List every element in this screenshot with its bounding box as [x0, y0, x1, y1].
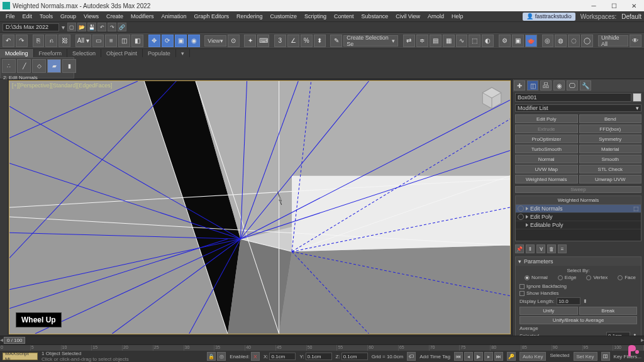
qat-undo-icon[interactable]: ↶ [97, 23, 106, 31]
select-object-button[interactable]: ▭ [92, 35, 104, 47]
create-tab-icon[interactable]: ✚ [514, 80, 525, 90]
unify-button[interactable]: Unify [519, 307, 578, 315]
mod-prooptimizer[interactable]: ProOptimizer [515, 134, 578, 143]
bind-button[interactable]: ⛓ [58, 35, 70, 47]
ribbon-tab-populate[interactable]: Populate [143, 49, 176, 57]
window-crossing-button[interactable]: ◧ [131, 35, 143, 47]
maximize-button[interactable]: ☐ [606, 1, 621, 10]
hierarchy-tab-icon[interactable]: 品 [540, 80, 552, 90]
selected-key-dropdown[interactable]: Selected [550, 353, 569, 360]
visibility-toggle-icon[interactable] [518, 206, 524, 212]
motion-tab-icon[interactable]: ◉ [553, 80, 565, 90]
transform-gizmo-x-icon[interactable]: X [251, 352, 260, 361]
angle-snap-button[interactable]: ∠ [287, 35, 299, 47]
add-time-tag-icon[interactable]: 🏷 [407, 352, 416, 361]
select-rotate-button[interactable]: ⟳ [162, 35, 174, 47]
qat-link-icon[interactable]: 🔗 [118, 23, 126, 31]
render-button[interactable]: 🫖 [525, 35, 537, 47]
redo-button[interactable]: ↷ [16, 35, 28, 47]
undo-button[interactable]: ↶ [3, 35, 14, 47]
menu-tools[interactable]: Tools [36, 13, 56, 19]
workspace-dropdown[interactable]: Default [621, 13, 641, 20]
link-button[interactable]: ⎘ [33, 35, 45, 47]
spinner-snap-button[interactable]: ⬍ [314, 35, 326, 47]
subobj-poly-icon[interactable]: ▰ [47, 59, 61, 73]
subobj-edge-icon[interactable]: ╱ [17, 59, 31, 73]
ribbon-collapse-icon[interactable]: ▾ [176, 49, 190, 57]
y-coord-input[interactable] [306, 353, 332, 360]
isolate-button[interactable]: ◎ [542, 35, 554, 47]
mod-bend[interactable]: Bend [579, 114, 642, 123]
material-editor-button[interactable]: ◐ [482, 35, 494, 47]
visibility-toggle-icon[interactable] [518, 214, 524, 220]
subobj-element-icon[interactable]: ▮ [62, 59, 76, 73]
stack-item-edit-poly[interactable]: Edit Poly [516, 213, 641, 221]
menu-views[interactable]: Views [80, 13, 102, 19]
menu-civil-view[interactable]: Civil View [392, 13, 423, 19]
qat-open-icon[interactable]: 📂 [77, 23, 86, 31]
expand-icon[interactable] [526, 223, 528, 227]
mod-unwrap-uvw[interactable]: Unwrap UVW [579, 175, 642, 184]
auto-key-button[interactable]: Auto Key [519, 352, 546, 361]
menu-graph-editors[interactable]: Graph Editors [191, 13, 232, 19]
render-frame-button[interactable]: ▣ [512, 35, 524, 47]
key-filters-icon[interactable]: ⚿ [601, 352, 610, 361]
menu-help[interactable]: Help [448, 13, 467, 19]
object-name-input[interactable] [515, 93, 631, 102]
lock-selection-icon[interactable]: 🔒 [207, 352, 216, 361]
qat-new-icon[interactable]: ▢ [67, 23, 76, 31]
z-coord-input[interactable] [341, 353, 368, 360]
menu-rendering[interactable]: Rendering [233, 13, 266, 19]
mod-extrude[interactable]: Extrude [515, 124, 578, 133]
isolate4-button[interactable]: ◯ [581, 35, 593, 47]
radio-face[interactable]: Face [618, 275, 636, 280]
keyboard-shortcut-button[interactable]: ⌨ [257, 35, 269, 47]
object-color-swatch[interactable] [633, 93, 641, 102]
curve-editor-button[interactable]: ∿ [456, 35, 468, 47]
select-move-button[interactable]: ✥ [148, 35, 160, 47]
percent-snap-button[interactable]: % [301, 35, 313, 47]
stack-subobj-icon[interactable]: ⬚ [633, 206, 639, 212]
maxscript-listener[interactable]: MAXScript Mi [3, 353, 38, 360]
goto-end-icon[interactable]: ⏭ [494, 352, 503, 361]
ribbon-tab-selection[interactable]: Selection [67, 49, 101, 57]
x-coord-input[interactable] [269, 353, 296, 360]
menu-customize[interactable]: Customize [267, 13, 301, 19]
file-path-input[interactable] [3, 23, 59, 31]
mod-normal[interactable]: Normal [515, 155, 578, 163]
time-slider-thumb[interactable]: 0 / 100 [4, 337, 25, 344]
mod-turbosmooth[interactable]: TurboSmooth [515, 145, 578, 153]
menu-substance[interactable]: Substance [358, 13, 392, 19]
menu-scripting[interactable]: Scripting [301, 13, 330, 19]
qat-save-icon[interactable]: 💾 [87, 23, 96, 31]
break-button[interactable]: Break [579, 307, 638, 315]
time-slider-track[interactable]: ◂ 0 / 100 ▸ [0, 336, 644, 344]
isolate2-button[interactable]: ◍ [555, 35, 567, 47]
mod-edit-poly[interactable]: Edit Poly [515, 114, 578, 123]
radio-vertex[interactable]: Vertex [586, 275, 608, 280]
radio-normal[interactable]: Normal [525, 275, 548, 280]
add-time-tag-label[interactable]: Add Time Tag [419, 354, 450, 359]
ribbon-tab-modeling[interactable]: Modeling [0, 49, 34, 57]
ribbon-tab-freeform[interactable]: Freeform [34, 49, 68, 57]
remove-modifier-icon[interactable]: 🗑 [547, 244, 556, 253]
select-manipulate-button[interactable]: ✦ [244, 35, 256, 47]
menu-modifiers[interactable]: Modifiers [128, 13, 157, 19]
select-region-button[interactable]: ◫ [118, 35, 130, 47]
configure-sets-icon[interactable]: ≡ [558, 244, 567, 253]
minimize-button[interactable]: ─ [586, 1, 601, 10]
display-length-spinner[interactable] [557, 297, 580, 305]
set-key-button[interactable]: Set Key [574, 352, 597, 361]
menu-animation[interactable]: Animation [158, 13, 189, 19]
modifier-list-dropdown[interactable]: Modifier List▾ [515, 104, 641, 112]
mod-smooth[interactable]: Smooth [579, 155, 642, 163]
isolate3-button[interactable]: ◌ [568, 35, 580, 47]
prev-frame-icon[interactable]: ◂ [464, 352, 473, 361]
perspective-viewport[interactable]: [+][Perspective][Standard][EdgedFaces] [9, 80, 511, 334]
mod-weighted-normals[interactable]: Weighted Normals [515, 175, 578, 184]
menu-edit[interactable]: Edit [19, 13, 36, 19]
ribbon-tab-object-paint[interactable]: Object Paint [101, 49, 143, 57]
play-icon[interactable]: ▶ [474, 352, 483, 361]
goto-start-icon[interactable]: ⏮ [454, 352, 463, 361]
align-button[interactable]: ≑ [416, 35, 428, 47]
